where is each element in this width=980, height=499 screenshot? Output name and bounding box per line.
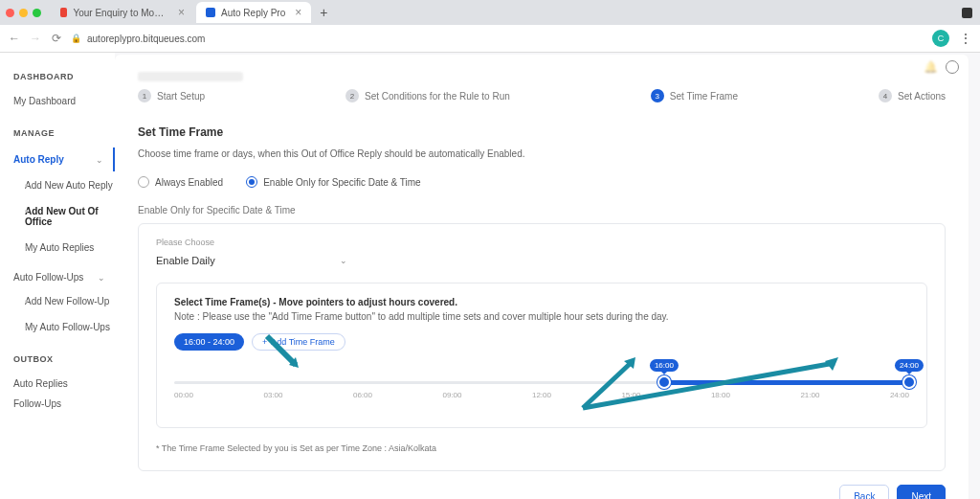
sidebar-item-add-followup[interactable]: Add New Follow-Up: [25, 291, 115, 311]
browser-chrome: Your Enquiry to Mom's Bakery × Auto Repl…: [0, 0, 980, 53]
handle-end-label: 24:00: [895, 359, 924, 372]
close-icon[interactable]: ×: [295, 6, 301, 19]
handle-start-label: 16:00: [650, 359, 679, 372]
footer-buttons: Back Next: [138, 485, 946, 499]
select-value: Enable Daily: [156, 255, 215, 266]
radio-specific-date-time[interactable]: Enable Only for Specific Date & Time: [246, 176, 421, 188]
stepper: 1Start Setup 2Set Conditions for the Rul…: [138, 89, 946, 102]
tab-label: Auto Reply Pro: [221, 8, 285, 18]
profile-avatar[interactable]: C: [932, 30, 949, 47]
slider-fill: [664, 380, 909, 385]
sidebar-item-outbox-followups[interactable]: Follow-Ups: [13, 394, 115, 414]
step-4[interactable]: 4Set Actions: [879, 89, 946, 102]
tab-label: Your Enquiry to Mom's Bakery: [73, 8, 168, 18]
sidebar-item-my-dashboard[interactable]: My Dashboard: [13, 91, 115, 111]
step-label: Set Actions: [898, 91, 946, 102]
step-label: Start Setup: [157, 91, 205, 102]
notification-icon[interactable]: 🔔: [924, 60, 938, 74]
sidebar-item-my-auto-replies[interactable]: My Auto Replies: [25, 238, 115, 258]
browser-tab-app[interactable]: Auto Reply Pro ×: [196, 2, 311, 23]
maximize-window-icon[interactable]: [33, 9, 41, 17]
step-3[interactable]: 3Set Time Frame: [651, 89, 738, 102]
radio-label: Always Enabled: [155, 177, 223, 188]
browser-tab-gmail[interactable]: Your Enquiry to Mom's Bakery ×: [51, 2, 194, 23]
plus-icon: +: [262, 337, 267, 347]
app-icon: [206, 8, 215, 17]
radio-always-enabled[interactable]: Always Enabled: [138, 176, 223, 188]
add-timeframe-button[interactable]: + Add Time Frame: [252, 333, 345, 351]
frequency-select[interactable]: Enable Daily ⌄: [156, 251, 347, 271]
sidebar-item-my-followups[interactable]: My Auto Follow-Ups: [25, 317, 115, 337]
radio-icon: [138, 176, 149, 188]
sidebar-item-add-auto-reply[interactable]: Add New Auto Reply: [25, 175, 115, 195]
lock-icon: 🔒: [71, 34, 81, 43]
chevron-down-icon: ⌄: [96, 155, 103, 165]
time-range-slider[interactable]: 16:00 24:00 00:00 03:00 06:00 09:00 12:0…: [174, 372, 909, 410]
sidebar-heading-manage: MANAGE: [13, 128, 115, 138]
close-icon[interactable]: ×: [178, 6, 185, 19]
panel-label: Enable Only for Specific Date & Time: [138, 205, 946, 215]
sidebar: DASHBOARD My Dashboard MANAGE Auto Reply…: [0, 53, 115, 499]
sidebar-item-add-out-of-office[interactable]: Add New Out Of Office: [25, 201, 115, 232]
enable-mode-radios: Always Enabled Enable Only for Specific …: [138, 176, 946, 188]
gear-icon[interactable]: [946, 60, 959, 74]
slider-handle-start[interactable]: 16:00: [657, 375, 671, 389]
sidebar-item-label: Auto Reply: [13, 147, 64, 171]
page-breadcrumb-placeholder: [138, 72, 243, 81]
slider-ticks: 00:00 03:00 06:00 09:00 12:00 15:00 18:0…: [174, 391, 909, 399]
step-label: Set Time Frame: [670, 91, 738, 102]
browser-menu-icon[interactable]: ⋮: [959, 31, 972, 46]
main-area: 🔔 1Start Setup 2Set Conditions for the R…: [115, 53, 980, 499]
gmail-icon: [60, 8, 67, 17]
chevron-down-icon: ⌄: [340, 256, 347, 265]
step-label: Set Conditions for the Rule to Run: [365, 91, 510, 102]
timeframe-title: Select Time Frame(s) - Move pointers to …: [174, 297, 909, 307]
select-field-label: Please Choose: [156, 238, 927, 247]
timezone-note: * The Time Frame Selected by you is Set …: [156, 443, 927, 453]
url-field[interactable]: 🔒 autoreplypro.bitqueues.com: [71, 34, 205, 44]
sidebar-item-outbox-auto-replies[interactable]: Auto Replies: [13, 374, 115, 394]
sidebar-heading-outbox: OUTBOX: [13, 354, 115, 364]
chevron-down-icon: ⌄: [98, 273, 105, 283]
specific-panel: Please Choose Enable Daily ⌄ Select Time…: [138, 223, 946, 471]
section-help: Choose time frame or days, when this Out…: [138, 148, 946, 159]
new-tab-button[interactable]: +: [313, 5, 334, 20]
address-bar: ← → ⟳ 🔒 autoreplypro.bitqueues.com C ⋮: [0, 25, 980, 52]
content-card: 🔔 1Start Setup 2Set Conditions for the R…: [115, 55, 969, 499]
slider-handle-end[interactable]: 24:00: [902, 375, 916, 389]
radio-icon: [246, 176, 257, 188]
sidebar-item-label: Auto Follow-Ups: [13, 267, 83, 287]
timeframe-panel: Select Time Frame(s) - Move pointers to …: [156, 283, 927, 428]
app-root: DASHBOARD My Dashboard MANAGE Auto Reply…: [0, 53, 980, 499]
sidebar-item-auto-reply[interactable]: Auto Reply ⌄: [13, 147, 116, 171]
step-2[interactable]: 2Set Conditions for the Rule to Run: [345, 89, 510, 102]
radio-label: Enable Only for Specific Date & Time: [263, 177, 421, 188]
sidebar-sub-auto-reply: Add New Auto Reply Add New Out Of Office…: [13, 175, 115, 258]
add-button-label: Add Time Frame: [271, 337, 335, 347]
reload-icon[interactable]: ⟳: [50, 32, 63, 45]
forward-icon[interactable]: →: [29, 32, 42, 45]
tab-bar: Your Enquiry to Mom's Bakery × Auto Repl…: [0, 0, 980, 25]
url-text: autoreplypro.bitqueues.com: [87, 34, 205, 44]
timeframe-note: Note : Please use the "Add Time Frame bu…: [174, 311, 909, 322]
section-title: Set Time Frame: [138, 125, 946, 139]
step-1[interactable]: 1Start Setup: [138, 89, 205, 102]
next-button[interactable]: Next: [897, 485, 946, 499]
minimize-window-icon[interactable]: [19, 9, 28, 17]
close-window-icon[interactable]: [6, 9, 14, 17]
back-button[interactable]: Back: [839, 485, 889, 499]
sidebar-heading-dashboard: DASHBOARD: [13, 72, 115, 81]
sidebar-item-auto-followups[interactable]: Auto Follow-Ups ⌄: [13, 267, 115, 287]
back-icon[interactable]: ←: [8, 32, 21, 45]
timeframe-chip[interactable]: 16:00 - 24:00: [174, 333, 244, 351]
window-controls[interactable]: [6, 9, 41, 17]
extension-icon[interactable]: [962, 8, 972, 18]
sidebar-sub-followups: Add New Follow-Up My Auto Follow-Ups: [13, 291, 115, 337]
